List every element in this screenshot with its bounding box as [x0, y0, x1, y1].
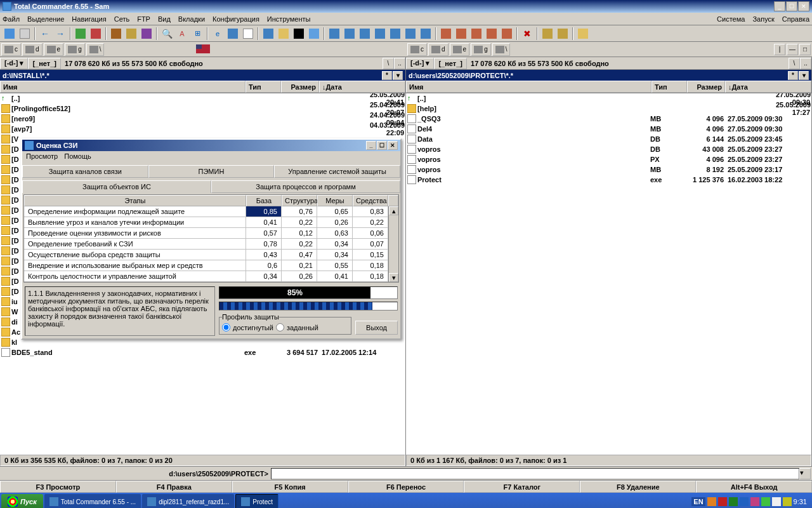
table-row[interactable]: Осуществление выбора средств защиты0,430… — [24, 250, 388, 260]
up-button-right[interactable]: .. — [800, 58, 811, 69]
drive-button-c[interactable]: c — [1, 43, 21, 56]
menu-вид[interactable]: Вид — [158, 15, 171, 23]
file-row[interactable]: [avp7]04.03.2009 22:09 — [0, 124, 405, 134]
up-button-left[interactable]: .. — [394, 58, 405, 69]
menu-сеть[interactable]: Сеть — [114, 15, 129, 23]
dialog-menu-item[interactable]: Просмотр — [26, 152, 58, 161]
menu-навигация[interactable]: Навигация — [72, 15, 106, 23]
drive-small-2[interactable]: — — [787, 44, 798, 55]
table-row[interactable]: Проведение оценки уязвимости и рисков0,5… — [24, 228, 388, 239]
minimize-button[interactable]: _ — [774, 1, 785, 11]
file-row[interactable]: Del4MB4 09627.05.2009 09:30 — [406, 124, 811, 134]
drive-button-c[interactable]: c — [407, 43, 427, 56]
drive-button-g[interactable]: g — [65, 43, 85, 56]
file-row[interactable]: ↑[..]25.05.2009 20:41 — [0, 93, 405, 104]
f4-icon[interactable] — [373, 27, 387, 41]
table-row[interactable]: Контроль целостности и управление защито… — [24, 271, 388, 282]
g2-icon[interactable] — [454, 27, 468, 41]
dialog-tab[interactable]: Защита процессов и программ — [211, 180, 400, 193]
table-row[interactable]: Определение требований к СЗИ0,780,220,34… — [24, 239, 388, 250]
drive-button-d[interactable]: d — [428, 43, 449, 56]
f5-icon[interactable] — [388, 27, 402, 41]
tray-icon[interactable] — [729, 497, 738, 506]
tray-icon[interactable] — [772, 497, 781, 506]
drive-small-3[interactable]: □ — [799, 44, 811, 55]
sort-icon[interactable]: A — [175, 27, 189, 41]
back-icon[interactable]: ← — [38, 27, 52, 41]
col-date[interactable]: ↓Дата — [319, 81, 405, 93]
drive-button-e[interactable]: e — [450, 43, 470, 56]
fkey-button[interactable]: F3 Просмотр — [0, 481, 116, 493]
g5-icon[interactable] — [500, 27, 514, 41]
fkey-button[interactable]: F7 Каталог — [464, 481, 580, 493]
f6-icon[interactable] — [403, 27, 417, 41]
drive-button-d[interactable]: d — [22, 43, 43, 56]
menu-файл[interactable]: Файл — [3, 15, 20, 23]
fkey-button[interactable]: F6 Перенос — [348, 481, 464, 493]
taskbar-item[interactable]: dipl2811_referat_razd1... — [142, 494, 234, 508]
current-path-left[interactable]: d:\INSTALL\*.* *▾ — [0, 70, 405, 81]
col-name[interactable]: Имя — [0, 81, 246, 93]
path-hist-right[interactable]: * — [788, 71, 798, 80]
tray-icon[interactable] — [707, 497, 716, 506]
menu-выделение[interactable]: Выделение — [27, 15, 64, 23]
calc-icon[interactable] — [277, 27, 291, 41]
col-type[interactable]: Тип — [652, 81, 687, 93]
taskbar-item[interactable]: Total Commander 6.55 - ... — [44, 494, 141, 508]
col-size[interactable]: Размер — [687, 81, 725, 93]
desk-icon[interactable] — [307, 27, 321, 41]
file-list-right[interactable]: ↑[..]27.05.2009 09:30[help]25.05.2009 17… — [406, 93, 811, 455]
fkey-button[interactable]: Alt+F4 Выход — [696, 481, 812, 493]
path-hist-left[interactable]: * — [382, 71, 392, 80]
dialog-tab[interactable]: Защита каналов связи — [22, 165, 148, 178]
fkey-button[interactable]: F8 Удаление — [580, 481, 696, 493]
g1-icon[interactable] — [439, 27, 453, 41]
tool2-icon[interactable] — [140, 27, 154, 41]
menu-запуск[interactable]: Запуск — [752, 15, 774, 23]
col-name[interactable]: Имя — [406, 81, 652, 93]
col-type[interactable]: Тип — [246, 81, 281, 93]
command-history-button[interactable]: ▾ — [799, 468, 811, 479]
fkey-button[interactable]: F5 Копия — [232, 481, 348, 493]
file-row[interactable]: voprosDB43 00825.05.2009 23:27 — [406, 144, 811, 154]
table-row[interactable]: Определение информации подлежащей защите… — [24, 206, 388, 217]
menu-ftp[interactable]: FTP — [137, 15, 150, 23]
h2-icon[interactable] — [556, 27, 570, 41]
drive-button-\[interactable]: \ — [86, 43, 105, 56]
table-header[interactable]: Средства — [353, 195, 388, 206]
file-row[interactable]: voprosPX4 09625.05.2009 23:27 — [406, 154, 811, 164]
f1-icon[interactable] — [327, 27, 341, 41]
unpack-icon[interactable] — [89, 27, 103, 41]
root-button-left[interactable]: \ — [383, 58, 394, 69]
drive-combo-left[interactable]: [-d-] ▾ — [0, 58, 28, 69]
file-row[interactable]: _QSQ3MB4 09627.05.2009 09:30 — [406, 114, 811, 124]
menu-вкладки[interactable]: Вкладки — [178, 15, 205, 23]
g3-icon[interactable] — [469, 27, 483, 41]
ie-icon[interactable]: е — [211, 27, 225, 41]
h1-icon[interactable] — [540, 27, 554, 41]
tray-icon[interactable] — [718, 497, 727, 506]
forward-icon[interactable]: → — [53, 27, 67, 41]
cloud-icon[interactable] — [576, 27, 590, 41]
table-row[interactable]: Выявление угроз и каналов утечки информа… — [24, 217, 388, 228]
cpanel-icon[interactable] — [261, 27, 275, 41]
col-date[interactable]: ↓Дата — [725, 81, 811, 93]
f2-icon[interactable] — [343, 27, 357, 41]
del-icon[interactable]: ✖ — [520, 27, 534, 41]
menu-конфигурация[interactable]: Конфигурация — [213, 15, 259, 23]
maximize-button[interactable]: ☐ — [786, 1, 797, 11]
table-header[interactable]: Меры — [317, 195, 353, 206]
drive-button-e[interactable]: e — [44, 43, 64, 56]
table-header[interactable]: База — [246, 195, 282, 206]
menu-инструменты[interactable]: Инструменты — [267, 15, 311, 23]
col-size[interactable]: Размер — [281, 81, 319, 93]
tray-icon[interactable] — [750, 497, 759, 506]
file-row[interactable]: BDE5_standexe3 694 51717.02.2005 12:14 — [0, 347, 405, 358]
notepad-icon[interactable] — [241, 27, 255, 41]
file-row[interactable]: Protectexe1 125 37616.02.2003 18:22 — [406, 175, 811, 185]
profile-achieved-radio[interactable] — [222, 323, 230, 331]
fkey-button[interactable]: F4 Правка — [116, 481, 232, 493]
start-button[interactable]: Пуск — [1, 494, 43, 508]
taskbar-item[interactable]: Protect — [235, 494, 278, 508]
tree-icon[interactable]: ⊞ — [190, 27, 204, 41]
